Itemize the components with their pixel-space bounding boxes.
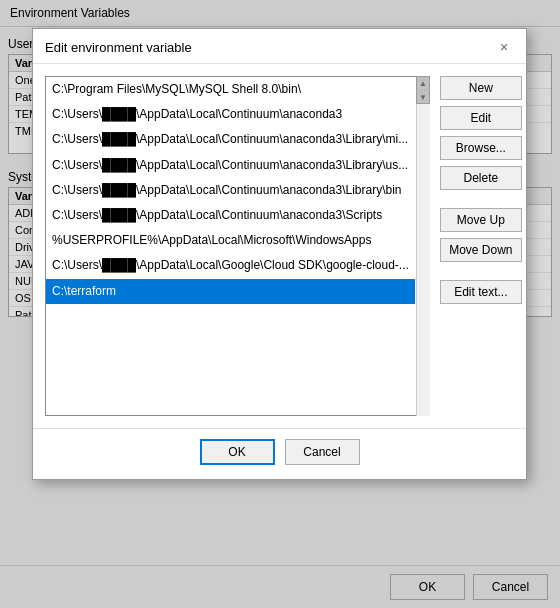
dialog-body: C:\Program Files\MySQL\MySQL Shell 8.0\b… [33, 64, 526, 428]
dialog-footer: OK Cancel [33, 428, 526, 479]
scrollbar-track[interactable]: ▲ ▼ [416, 76, 430, 416]
edit-button[interactable]: Edit [440, 106, 522, 130]
scrollbar-thumb[interactable]: ▲ ▼ [416, 76, 430, 104]
list-item[interactable]: C:\Users\████\AppData\Local\Continuum\an… [46, 203, 415, 228]
dialog-close-button[interactable]: × [494, 37, 514, 57]
spacer-2 [440, 268, 522, 274]
spacer-1 [440, 196, 522, 202]
scroll-up-arrow[interactable]: ▲ [417, 77, 429, 91]
edit-text-button[interactable]: Edit text... [440, 280, 522, 304]
move-up-button[interactable]: Move Up [440, 208, 522, 232]
list-item[interactable]: C:\Users\████\AppData\Local\Continuum\an… [46, 178, 415, 203]
list-item[interactable]: C:\Users\████\AppData\Local\Continuum\an… [46, 127, 415, 152]
edit-env-dialog: Edit environment variable × C:\Program F… [32, 28, 527, 480]
list-item[interactable]: C:\Program Files\MySQL\MySQL Shell 8.0\b… [46, 77, 415, 102]
list-item[interactable]: %USERPROFILE%\AppData\Local\Microsoft\Wi… [46, 228, 415, 253]
action-buttons: New Edit Browse... Delete Move Up Move D… [440, 76, 522, 416]
list-item[interactable]: C:\Users\████\AppData\Local\Continuum\an… [46, 102, 415, 127]
dialog-titlebar: Edit environment variable × [33, 29, 526, 64]
cancel-button[interactable]: Cancel [285, 439, 360, 465]
browse-button[interactable]: Browse... [440, 136, 522, 160]
move-down-button[interactable]: Move Down [440, 238, 522, 262]
env-list[interactable]: C:\Program Files\MySQL\MySQL Shell 8.0\b… [45, 76, 430, 416]
list-item[interactable]: C:\terraform [46, 279, 415, 304]
list-wrapper: C:\Program Files\MySQL\MySQL Shell 8.0\b… [45, 76, 430, 416]
list-item[interactable]: C:\Users\████\AppData\Local\Continuum\an… [46, 153, 415, 178]
new-button[interactable]: New [440, 76, 522, 100]
delete-button[interactable]: Delete [440, 166, 522, 190]
dialog-title: Edit environment variable [45, 40, 192, 55]
list-item[interactable]: C:\Users\████\AppData\Local\Google\Cloud… [46, 253, 415, 278]
ok-button[interactable]: OK [200, 439, 275, 465]
scroll-down-arrow[interactable]: ▼ [417, 91, 429, 105]
